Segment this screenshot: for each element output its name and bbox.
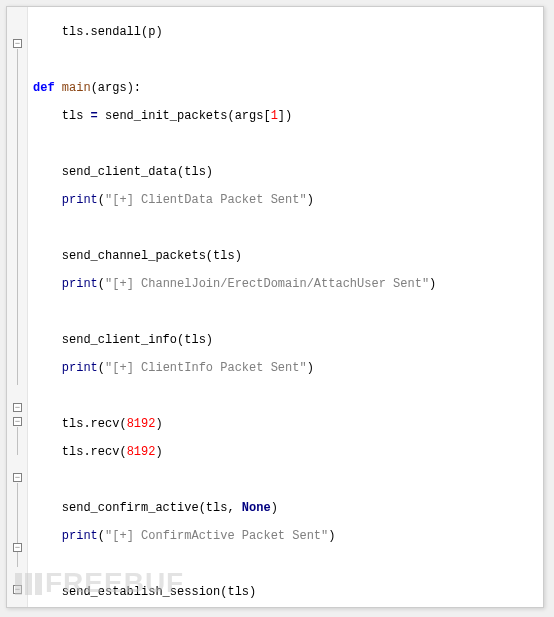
code-text: tls.sendall(p) xyxy=(33,25,163,39)
keyword-def: def xyxy=(33,81,55,95)
code-area[interactable]: tls.sendall(p) def main(args): tls = sen… xyxy=(7,11,543,607)
editor-frame: tls.sendall(p) def main(args): tls = sen… xyxy=(6,6,544,608)
